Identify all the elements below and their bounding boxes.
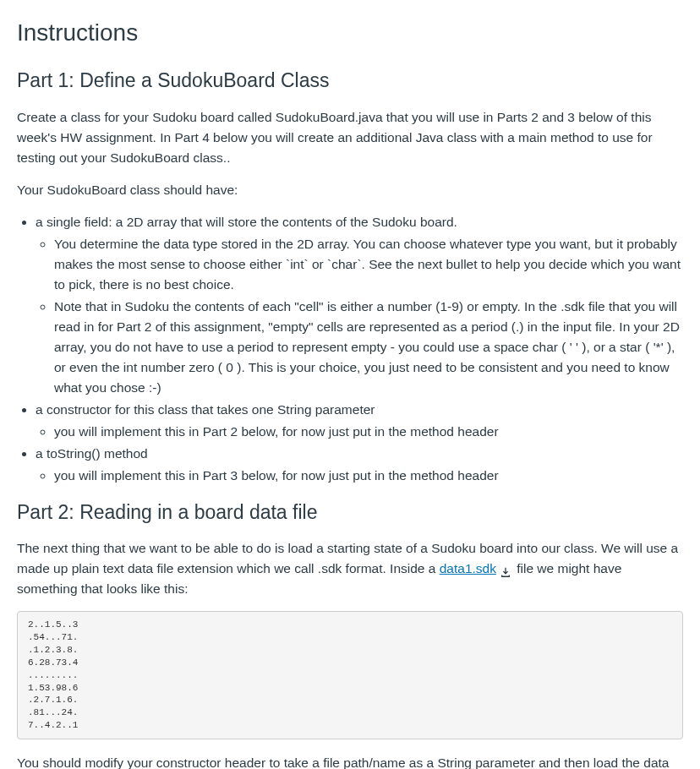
list-item-text: a toString() method [36, 446, 148, 461]
list-item: Note that in Sudoku the contents of each… [54, 297, 683, 398]
list-item: you will implement this in Part 3 below,… [54, 466, 683, 486]
part2-paragraph2: You should modify your constructor heade… [17, 753, 683, 769]
list-item-text: a single field: a 2D array that will sto… [36, 215, 457, 229]
list-item: You determine the data type stored in th… [54, 234, 683, 295]
list-item: a toString() method you will implement t… [36, 444, 683, 486]
code-block: 2..1.5..3 .54...71. .1.2.3.8. 6.28.73.4 … [17, 611, 683, 739]
list-item: a constructor for this class that takes … [36, 400, 683, 442]
part1-paragraph1: Create a class for your Sudoku board cal… [17, 107, 683, 168]
part2-heading: Part 2: Reading in a board data file [17, 498, 683, 527]
list-item: you will implement this in Part 2 below,… [54, 422, 683, 442]
part2-paragraph1: The next thing that we want to be able t… [17, 538, 683, 599]
part1-list: a single field: a 2D array that will sto… [17, 212, 683, 486]
download-icon[interactable] [500, 564, 511, 575]
list-item-text: a constructor for this class that takes … [36, 402, 375, 417]
part1-paragraph2: Your SudokuBoard class should have: [17, 180, 683, 200]
part1-heading: Part 1: Define a SudokuBoard Class [17, 66, 683, 95]
list-item: a single field: a 2D array that will sto… [36, 212, 683, 398]
instructions-heading: Instructions [17, 15, 683, 51]
data-file-link[interactable]: data1.sdk [440, 561, 496, 575]
